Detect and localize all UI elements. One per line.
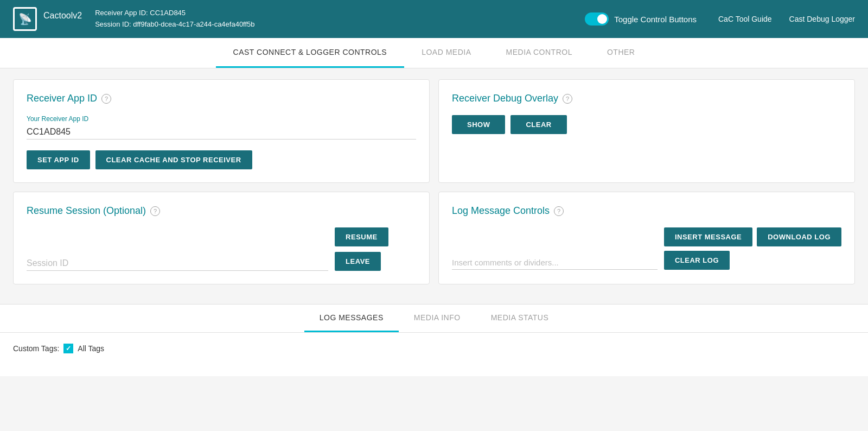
- clear-overlay-button[interactable]: CLEAR: [510, 115, 566, 134]
- set-app-id-button[interactable]: SET APP ID: [27, 150, 90, 169]
- receiver-debug-title: Receiver Debug Overlay ?: [452, 93, 841, 104]
- resume-session-title-text: Resume Session (Optional): [27, 205, 146, 217]
- receiver-app-id-actions: SET APP ID CLEAR CACHE AND STOP RECEIVER: [27, 150, 416, 169]
- log-message-controls-card: Log Message Controls ? INSERT MESSAGE DO…: [438, 192, 855, 284]
- header-nav-links: CaC Tool Guide Cast Debug Logger: [718, 15, 855, 23]
- resume-session-title: Resume Session (Optional) ?: [27, 205, 416, 217]
- session-id-label: Session ID:: [95, 20, 131, 28]
- cast-icon: 📡: [13, 7, 37, 31]
- session-id-value: dff9fab0-dcea-4c17-a244-ca4efa40ff5b: [133, 20, 254, 28]
- receiver-debug-overlay-card: Receiver Debug Overlay ? SHOW CLEAR: [438, 79, 855, 183]
- cast-debug-logger-link[interactable]: Cast Debug Logger: [789, 15, 855, 23]
- tab-media-info[interactable]: MEDIA INFO: [399, 305, 476, 332]
- receiver-app-id-line: Receiver App ID: CC1AD845: [95, 8, 585, 19]
- resume-session-card: Resume Session (Optional) ? RESUME LEAVE: [13, 192, 430, 284]
- tab-load-media[interactable]: LOAD MEDIA: [404, 38, 488, 68]
- receiver-app-id-field-area: Your Receiver App ID: [27, 115, 416, 140]
- cards-grid: Receiver App ID ? Your Receiver App ID S…: [13, 79, 855, 284]
- tab-media-control[interactable]: MEDIA CONTROL: [489, 38, 590, 68]
- receiver-app-id-input[interactable]: [27, 125, 416, 140]
- receiver-app-id-help-icon[interactable]: ?: [101, 94, 111, 104]
- session-id-line: Session ID: dff9fab0-dcea-4c17-a244-ca4e…: [95, 19, 585, 30]
- receiver-app-id-value: CC1AD845: [150, 9, 186, 17]
- tab-other[interactable]: OTHER: [590, 38, 653, 68]
- header-info: Receiver App ID: CC1AD845 Session ID: df…: [95, 8, 585, 30]
- log-message-top-actions: INSERT MESSAGE DOWNLOAD LOG: [664, 227, 841, 246]
- resume-button[interactable]: RESUME: [335, 227, 388, 246]
- tab-log-messages[interactable]: LOG MESSAGES: [304, 305, 399, 332]
- log-message-body: INSERT MESSAGE DOWNLOAD LOG CLEAR LOG: [452, 227, 841, 270]
- resume-session-actions: RESUME LEAVE: [335, 227, 416, 271]
- clear-log-button[interactable]: CLEAR LOG: [664, 251, 730, 270]
- main-content: Receiver App ID ? Your Receiver App ID S…: [0, 68, 868, 295]
- all-tags-label: All Tags: [78, 344, 104, 353]
- app-version: v2: [73, 11, 82, 20]
- app-header: 📡 Cactoolv2 Receiver App ID: CC1AD845 Se…: [0, 0, 868, 38]
- bottom-content: Custom Tags: All Tags: [0, 333, 868, 376]
- session-id-input[interactable]: [27, 256, 328, 271]
- resume-session-help-icon[interactable]: ?: [150, 206, 160, 216]
- resume-session-body: RESUME LEAVE: [27, 227, 416, 271]
- clear-cache-stop-receiver-button[interactable]: CLEAR CACHE AND STOP RECEIVER: [95, 150, 252, 169]
- receiver-app-id-title: Receiver App ID ?: [27, 93, 416, 104]
- receiver-app-id-title-text: Receiver App ID: [27, 93, 97, 104]
- tab-media-status[interactable]: MEDIA STATUS: [476, 305, 564, 332]
- download-log-button[interactable]: DOWNLOAD LOG: [757, 227, 841, 246]
- receiver-app-id-card: Receiver App ID ? Your Receiver App ID S…: [13, 79, 430, 183]
- receiver-debug-actions: SHOW CLEAR: [452, 115, 841, 134]
- logo-area: 📡 Cactoolv2: [13, 7, 82, 31]
- log-message-help-icon[interactable]: ?: [554, 206, 564, 216]
- leave-button[interactable]: LEAVE: [335, 252, 381, 271]
- custom-tags-row: Custom Tags: All Tags: [13, 344, 855, 353]
- log-message-actions: INSERT MESSAGE DOWNLOAD LOG CLEAR LOG: [664, 227, 841, 270]
- bottom-tabs-bar: LOG MESSAGES MEDIA INFO MEDIA STATUS: [0, 305, 868, 333]
- insert-message-button[interactable]: INSERT MESSAGE: [664, 227, 752, 246]
- log-message-title: Log Message Controls ?: [452, 205, 841, 217]
- cac-tool-guide-link[interactable]: CaC Tool Guide: [718, 15, 772, 23]
- receiver-app-id-field-label: Your Receiver App ID: [27, 115, 416, 123]
- toggle-area: Toggle Control Buttons: [585, 12, 697, 26]
- toggle-label: Toggle Control Buttons: [614, 15, 697, 24]
- custom-tags-label: Custom Tags:: [13, 344, 59, 353]
- receiver-app-id-label: Receiver App ID:: [95, 9, 148, 17]
- show-overlay-button[interactable]: SHOW: [452, 115, 505, 134]
- receiver-debug-help-icon[interactable]: ?: [563, 94, 572, 104]
- main-tabs-bar: CAST CONNECT & LOGGER CONTROLS LOAD MEDI…: [0, 38, 868, 68]
- tab-cast-connect[interactable]: CAST CONNECT & LOGGER CONTROLS: [216, 38, 405, 68]
- log-message-title-text: Log Message Controls: [452, 205, 550, 217]
- app-name-text: Cactool: [43, 11, 73, 20]
- toggle-control-buttons[interactable]: [585, 12, 609, 26]
- insert-message-input[interactable]: [452, 256, 658, 270]
- all-tags-checkbox[interactable]: [63, 344, 73, 353]
- cast-icon-symbol: 📡: [18, 12, 32, 26]
- app-name: Cactoolv2: [43, 10, 82, 28]
- receiver-debug-title-text: Receiver Debug Overlay: [452, 93, 558, 104]
- bottom-tabs-area: LOG MESSAGES MEDIA INFO MEDIA STATUS Cus…: [0, 304, 868, 376]
